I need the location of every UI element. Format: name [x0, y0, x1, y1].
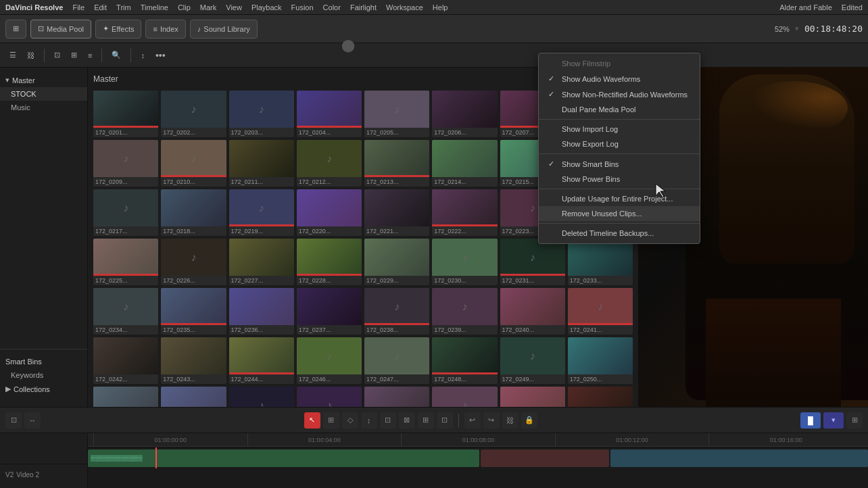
crop-tool[interactable]: ⊠ [399, 412, 415, 429]
app-name[interactable]: DaVinci Resolve [5, 3, 63, 11]
menu-trim[interactable]: Trim [116, 3, 131, 11]
media-clip[interactable]: 172_0218... [161, 189, 226, 236]
media-clip[interactable]: 172_0201... [93, 91, 158, 137]
media-clip[interactable]: 172_0206... [432, 91, 497, 137]
redo-button[interactable]: ↪ [483, 412, 500, 429]
media-clip[interactable]: 172_0204... [297, 91, 362, 137]
effects-button[interactable]: ✦ Effects [95, 20, 141, 39]
media-clip[interactable]: 172_0250... [568, 337, 633, 384]
media-clip[interactable]: ♪ 172_0231... [500, 239, 565, 285]
menu-item-dual_pane[interactable]: Dual Pane Media Pool [539, 102, 700, 117]
media-clip[interactable]: ♪ 172_0217... [93, 189, 158, 236]
media-clip[interactable]: ♪ 172_0210... [161, 140, 226, 187]
color-accent-button[interactable]: █ [800, 412, 821, 429]
menu-item-show_power_bins[interactable]: Show Power Bins [539, 172, 700, 187]
view-list-button[interactable]: ⊡ [50, 47, 64, 64]
media-clip[interactable]: 172_0229... [364, 239, 429, 285]
media-clip[interactable]: 172_0243... [161, 337, 226, 384]
media-clip[interactable]: ♪ 172_0202... [161, 91, 226, 137]
media-clip[interactable]: 172_0213... [364, 140, 429, 187]
video-track-row[interactable]: ▒▒▒▒▒▒▒▒▒▒▒▒ [88, 447, 868, 468]
menu-item-show_non_rectified[interactable]: ✓ Show Non-Rectified Audio Waveforms [539, 87, 700, 102]
media-clip[interactable]: ♪ 172_0256... [432, 387, 497, 407]
media-clip[interactable]: 172_0225... [93, 239, 158, 285]
blade-tool[interactable]: ◇ [342, 412, 358, 429]
menu-item-update_usage[interactable]: Update Usage for Entire Project... [539, 191, 700, 206]
media-clip[interactable]: 172_0228... [297, 239, 362, 285]
menu-color[interactable]: Color [323, 3, 341, 11]
media-clip[interactable]: 172_0236... [229, 288, 294, 335]
link-button[interactable]: ⛓ [23, 47, 39, 64]
media-clip[interactable]: 172_0237... [297, 288, 362, 335]
sidebar-item-stock[interactable]: STOCK [0, 87, 87, 101]
media-clip[interactable]: ♪ 172_0203... [229, 91, 294, 137]
menu-view[interactable]: View [226, 3, 242, 11]
lock-button[interactable]: 🔒 [521, 412, 537, 429]
media-clip[interactable]: ♪ 172_0241... [568, 288, 633, 335]
media-clip[interactable]: ♪ 172_0238... [364, 288, 429, 335]
sound-library-button[interactable]: ♪ Sound Library [190, 20, 258, 39]
media-clip[interactable]: ♪ 172_0247... [364, 337, 429, 384]
view-grid-button[interactable]: ⊞ [67, 47, 81, 64]
trim-tool[interactable]: ⊞ [323, 412, 339, 429]
flag-button[interactable]: ▾ [823, 412, 844, 429]
menu-file[interactable]: File [72, 3, 85, 11]
fullscreen-button[interactable]: ⊞ [846, 412, 863, 429]
sidebar-item-keywords[interactable]: Keywords [0, 368, 87, 382]
media-clip[interactable]: 172_0255... [364, 387, 429, 407]
media-clip[interactable]: ♪ 172_0249... [500, 337, 565, 384]
undo-button[interactable]: ↩ [464, 412, 481, 429]
menu-fairlight[interactable]: Fairlight [350, 3, 377, 11]
media-clip[interactable]: ♪ 172_0209... [93, 140, 158, 187]
media-clip[interactable]: ♪ 172_0234... [93, 288, 158, 335]
timeline-ruler-area[interactable]: 01:00:00:0001:00:04:0001:00:08:0001:00:1… [88, 433, 868, 488]
arrow-tool[interactable]: ↖ [304, 412, 320, 429]
menu-item-show_export_log[interactable]: Show Export Log [539, 137, 700, 151]
menu-help[interactable]: Help [433, 3, 448, 11]
media-pool-button[interactable]: ⊡ Media Pool [30, 20, 91, 39]
media-clip[interactable]: 172_0221... [364, 189, 429, 236]
dynamic-trim-tool[interactable]: ⊞ [418, 412, 434, 429]
menu-item-deleted_timeline[interactable]: Deleted Timeline Backups... [539, 226, 700, 241]
link-clips-button[interactable]: ⛓ [502, 412, 519, 429]
menu-item-show_audio_waveforms[interactable]: ✓ Show Audio Waveforms [539, 71, 700, 87]
media-clip[interactable]: 172_0257... [500, 387, 565, 407]
media-clip[interactable]: 172_0211... [229, 140, 294, 187]
media-clip[interactable]: 172_0222... [432, 189, 497, 236]
menu-item-show_import_log[interactable]: Show Import Log [539, 122, 700, 137]
timeline-tool-2[interactable]: ↔ [24, 412, 41, 429]
media-clip[interactable]: 172_0242... [93, 337, 158, 384]
more-options-button[interactable]: ••• [151, 47, 170, 64]
slip-tool[interactable]: ↕ [361, 412, 377, 429]
zoom-level[interactable]: 52% [775, 25, 790, 33]
media-clip[interactable]: ♪ 172_0230... [432, 239, 497, 285]
media-clip[interactable]: 172_0220... [297, 189, 362, 236]
menu-item-show_smart_bins[interactable]: ✓ Show Smart Bins [539, 156, 700, 172]
menu-item-show_filmstrip[interactable]: Show Filmstrip [539, 56, 700, 71]
media-clip[interactable]: ♪ 172_0219... [229, 189, 294, 236]
media-clip[interactable]: 172_0248... [432, 337, 497, 384]
menu-edit[interactable]: Edit [94, 3, 107, 11]
slide-tool[interactable]: ⊡ [380, 412, 396, 429]
media-clip[interactable]: 172_0214... [432, 140, 497, 187]
sort-button[interactable]: ↕ [137, 47, 149, 64]
smart-bins-header[interactable]: Smart Bins [0, 355, 87, 368]
timeline-tool-1[interactable]: ⊡ [5, 412, 22, 429]
menu-workspace[interactable]: Workspace [386, 3, 423, 11]
menu-timeline[interactable]: Timeline [141, 3, 168, 11]
sidebar-toggle-button[interactable]: ☰ [5, 47, 20, 64]
collections-header[interactable]: ▶ Collections [0, 382, 87, 396]
media-clip[interactable]: 172_0244... [229, 337, 294, 384]
index-button[interactable]: ≡ Index [145, 20, 185, 39]
menu-playback[interactable]: Playback [251, 3, 282, 11]
menu-mark[interactable]: Mark [200, 3, 216, 11]
media-clip[interactable]: 172_0235... [161, 288, 226, 335]
media-clip[interactable]: ♪ 172_0226... [161, 239, 226, 285]
workspace-toggle-button[interactable]: ⊞ [5, 20, 26, 39]
media-clip[interactable]: ♪ 172_0212... [297, 140, 362, 187]
sidebar-master-header[interactable]: ▾ Master [0, 73, 87, 87]
menu-clip[interactable]: Clip [178, 3, 191, 11]
view-filmstrip-button[interactable]: ≡ [84, 47, 96, 64]
sidebar-item-music[interactable]: Music [0, 101, 87, 114]
menu-fusion[interactable]: Fusion [291, 3, 314, 11]
